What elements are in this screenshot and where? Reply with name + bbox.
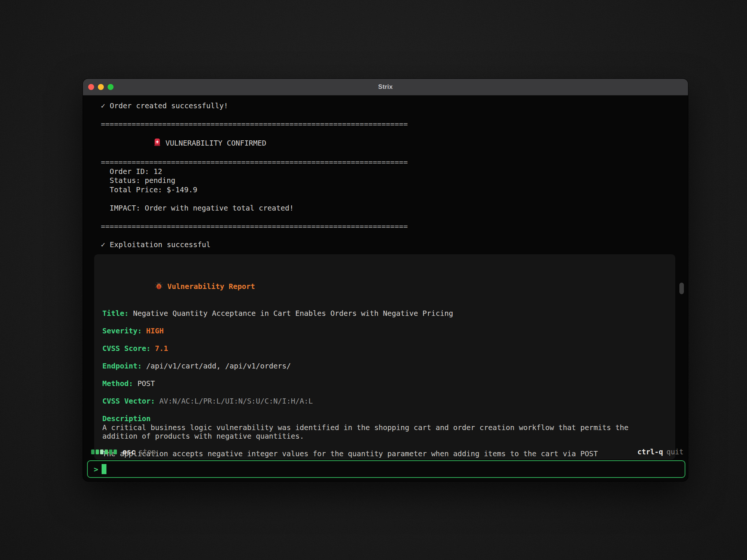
- status-line: Status: pending: [101, 176, 688, 186]
- exploitation-text: Exploitation successful: [110, 240, 211, 249]
- quit-hint: ctrl-q quit: [638, 448, 684, 456]
- report-field-cvss-score: CVSS Score:7.1: [102, 344, 668, 353]
- quit-action-label: quit: [666, 448, 684, 456]
- prompt-chevron: >: [94, 465, 98, 474]
- report-field-title: Title:Negative Quantity Acceptance in Ca…: [102, 309, 668, 318]
- status-bar: esc stop ctrl-q quit: [91, 447, 684, 457]
- blank-line: [102, 318, 668, 327]
- spinner-cell: [105, 449, 108, 454]
- field-value: AV:N/AC:L/PR:L/UI:N/S:U/C:N/I:H/A:L: [159, 397, 313, 405]
- spinner-cell: [109, 449, 112, 454]
- desktop-background: Strix ✓Order created successfully! =====…: [0, 0, 747, 560]
- impact-line: IMPACT: Order with negative total create…: [101, 204, 688, 213]
- window-title: Strix: [378, 83, 393, 91]
- spinner-cell: [114, 449, 117, 454]
- field-value: Negative Quantity Acceptance in Cart Ena…: [133, 309, 453, 318]
- siren-icon: [101, 129, 161, 158]
- window-titlebar[interactable]: Strix: [83, 79, 688, 96]
- command-input[interactable]: >: [87, 460, 685, 478]
- separator-line: ========================================…: [101, 158, 688, 167]
- blank-line: [101, 213, 688, 222]
- cvss-score-value: 7.1: [155, 344, 168, 353]
- zoom-button[interactable]: [108, 84, 114, 90]
- activity-spinner: [91, 449, 117, 454]
- blank-line: [101, 111, 688, 120]
- field-value: POST: [137, 379, 155, 388]
- description-paragraph: A critical business logic vulnerability …: [102, 423, 668, 441]
- report-header: Vulnerability Report: [102, 273, 668, 301]
- report-field-endpoint: Endpoint:/api/v1/cart/add, /api/v1/order…: [102, 362, 668, 371]
- separator-line: ========================================…: [101, 222, 688, 231]
- field-label: Title:: [102, 309, 128, 318]
- close-button[interactable]: [88, 84, 94, 90]
- report-field-cvss-vector: CVSS Vector:AV:N/AC:L/PR:L/UI:N/S:U/C:N/…: [102, 397, 668, 406]
- stop-action-label: stop: [139, 448, 156, 456]
- spinner-cell: [100, 449, 103, 454]
- severity-badge: HIGH: [146, 327, 164, 335]
- field-label: CVSS Score:: [102, 344, 151, 353]
- scrollbar-thumb[interactable]: [679, 283, 684, 294]
- blank-line: [101, 195, 688, 204]
- field-label: Severity:: [102, 327, 142, 335]
- blank-line: [102, 353, 668, 362]
- stop-hint: esc stop: [123, 448, 156, 456]
- window-controls: [88, 79, 114, 95]
- exploitation-line: ✓Exploitation successful: [101, 240, 688, 250]
- strix-window: Strix ✓Order created successfully! =====…: [83, 79, 688, 481]
- blank-line: [102, 406, 668, 415]
- success-text: Order created successfully!: [110, 102, 228, 110]
- vulnerability-confirmed-text: VULNERABILITY CONFIRMED: [165, 139, 266, 148]
- ctrl-q-key-label: ctrl-q: [638, 448, 663, 456]
- description-heading: Description: [102, 414, 668, 423]
- check-icon: ✓: [101, 240, 105, 249]
- field-label: Method:: [102, 379, 133, 388]
- spinner-cell: [96, 449, 99, 454]
- blank-line: [102, 388, 668, 397]
- field-value: /api/v1/cart/add, /api/v1/orders/: [146, 362, 291, 370]
- terminal-log: ✓Order created successfully! ===========…: [83, 96, 688, 249]
- esc-key-label: esc: [123, 448, 135, 456]
- vulnerability-confirmed-line: VULNERABILITY CONFIRMED: [101, 129, 688, 158]
- separator-line: ========================================…: [101, 120, 688, 129]
- report-field-method: Method:POST: [102, 379, 668, 388]
- order-id-line: Order ID: 12: [101, 167, 688, 177]
- text-cursor: [102, 464, 106, 474]
- spinner-cell: [91, 449, 94, 454]
- terminal-output: ✓Order created successfully! ===========…: [83, 96, 688, 481]
- check-icon: ✓: [101, 102, 105, 110]
- total-price-line: Total Price: $-149.9: [101, 186, 688, 195]
- report-field-severity: Severity:HIGH: [102, 327, 668, 336]
- success-line: ✓Order created successfully!: [101, 102, 688, 111]
- blank-line: [102, 336, 668, 345]
- vulnerability-report-panel: Vulnerability Report Title:Negative Quan…: [94, 254, 675, 460]
- bug-icon: [102, 273, 163, 301]
- report-title: Vulnerability Report: [167, 282, 255, 291]
- blank-line: [102, 301, 668, 309]
- blank-line: [102, 371, 668, 380]
- blank-line: [101, 231, 688, 240]
- minimize-button[interactable]: [98, 84, 104, 90]
- field-label: CVSS Vector:: [102, 397, 155, 405]
- field-label: Endpoint:: [102, 362, 142, 370]
